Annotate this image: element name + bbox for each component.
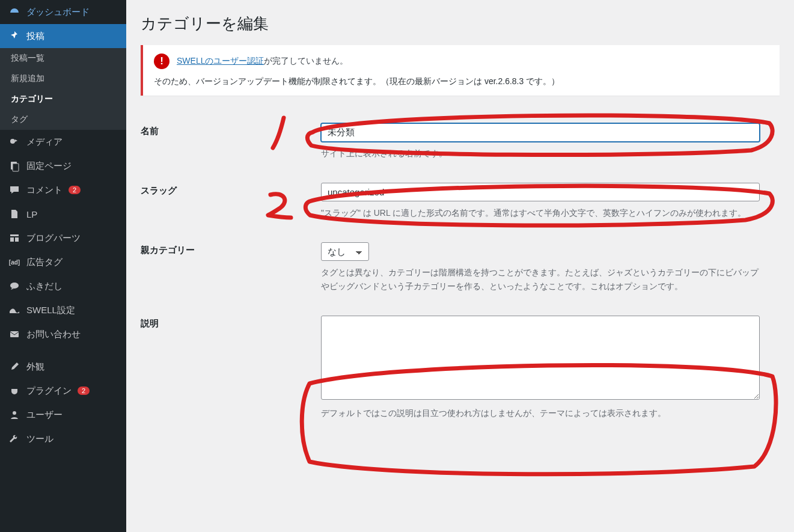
svg-point-6 [10,283,19,289]
name-description: サイト上に表示される名前です。 [321,147,766,161]
sidebar-item-label: SWELL設定 [26,305,75,316]
swell-auth-notice: ! SWELLのユーザー認証が完了していません。 そのため、バージョンアップデー… [141,45,780,96]
svg-point-8 [13,411,16,415]
description-label: 説明 [141,305,321,432]
sidebar-item-label: LP [26,209,37,219]
sidebar-item-label: ダッシュボード [26,7,90,18]
description-description: デフォルトではこの説明は目立つ使われ方はしませんが、テーマによっては表示されます… [321,406,766,421]
sidebar-item-label: ユーザー [26,409,63,421]
sidebar-item-lp[interactable]: LP [0,202,126,226]
pages-icon [8,160,20,172]
pin-icon [8,30,20,42]
sidebar-item-label: プラグイン [26,385,72,397]
admin-sidebar: ダッシュボード 投稿 投稿一覧 新規追加 カテゴリー タグ メディア 固定ページ… [0,0,126,532]
name-label: 名前 [141,112,321,172]
svg-rect-4 [10,237,14,242]
sidebar-item-label: 投稿 [26,31,44,42]
sidebar-item-appearance[interactable]: 外観 [0,355,126,379]
description-textarea[interactable] [321,316,760,400]
main-content: カテゴリーを編集 ! SWELLのユーザー認証が完了していません。 そのため、バ… [126,0,794,532]
sidebar-item-plugins[interactable]: プラグイン 2 [0,379,126,403]
sidebar-item-label: 外観 [26,361,44,373]
notice-text-line1: SWELLのユーザー認証が完了していません。 [177,56,348,67]
sidebar-item-label: ふきだし [26,281,63,292]
gauge-icon [8,6,20,18]
sidebar-item-speech[interactable]: ふきだし [0,274,126,298]
grid-icon [8,232,20,244]
svg-point-0 [10,139,15,144]
mail-icon [8,328,20,340]
user-icon [8,409,20,421]
sidebar-posts-submenu: 投稿一覧 新規追加 カテゴリー タグ [0,48,126,130]
sidebar-item-contact[interactable]: お問い合わせ [0,322,126,346]
sidebar-item-label: 固定ページ [26,161,72,172]
sidebar-item-dashboard[interactable]: ダッシュボード [0,0,126,24]
svg-rect-3 [10,234,19,236]
sidebar-item-posts[interactable]: 投稿 [0,24,126,48]
swell-icon [8,304,20,316]
doc-icon [8,208,20,220]
name-input[interactable] [321,123,760,142]
svg-rect-2 [13,164,19,171]
svg-rect-5 [15,237,19,242]
wrench-icon [8,433,20,445]
sidebar-item-blogparts[interactable]: ブログパーツ [0,226,126,250]
edit-category-form: 名前 サイト上に表示される名前です。 スラッグ "スラッグ" は URL に適し… [141,112,780,432]
sidebar-item-label: ブログパーツ [26,233,81,244]
notice-text-line2: そのため、バージョンアップデート機能が制限されてます。（現在の最新バージョンは … [154,76,769,87]
sidebar-item-label: メディア [26,136,63,148]
slug-description: "スラッグ" は URL に適した形式の名前です。通常はすべて半角小文字で、英数… [321,206,766,221]
parent-description: タグとは異なり、カテゴリーは階層構造を持つことができます。たとえば、ジャズという… [321,266,766,295]
parent-label: 親カテゴリー [141,231,321,305]
ad-icon: [ad] [8,256,20,268]
sidebar-item-adtag[interactable]: [ad] 広告タグ [0,250,126,274]
sidebar-item-label: ツール [26,433,53,445]
submenu-item-tags[interactable]: タグ [0,109,126,130]
submenu-item-categories[interactable]: カテゴリー [0,89,126,109]
parent-select[interactable]: なし [321,242,369,261]
submenu-item-all-posts[interactable]: 投稿一覧 [0,48,126,69]
swell-auth-link[interactable]: SWELLのユーザー認証 [177,56,264,66]
sidebar-item-users[interactable]: ユーザー [0,403,126,427]
sidebar-item-label: 広告タグ [26,257,63,268]
sidebar-item-label: コメント [26,185,63,196]
sidebar-item-media[interactable]: メディア [0,130,126,154]
bubble-icon [8,280,20,292]
svg-rect-7 [10,331,19,337]
brush-icon [8,361,20,373]
submenu-item-new-post[interactable]: 新規追加 [0,69,126,89]
plugins-count-badge: 2 [78,387,90,395]
warning-icon: ! [154,54,169,69]
sidebar-item-pages[interactable]: 固定ページ [0,154,126,178]
plug-icon [8,385,20,397]
sidebar-item-tools[interactable]: ツール [0,427,126,451]
sidebar-item-comments[interactable]: コメント 2 [0,178,126,202]
slug-label: スラッグ [141,172,321,231]
page-title: カテゴリーを編集 [141,0,780,45]
media-icon [8,136,20,148]
sidebar-item-swell[interactable]: SWELL設定 [0,298,126,322]
sidebar-item-label: お問い合わせ [26,329,81,340]
comments-count-badge: 2 [69,186,81,194]
comment-icon [8,184,20,196]
slug-input[interactable] [321,183,760,201]
